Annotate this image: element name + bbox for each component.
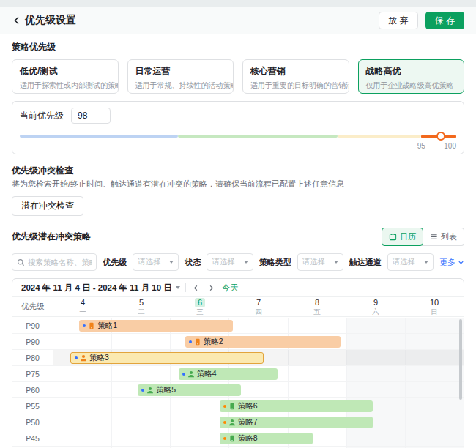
conflict-check-description: 将为您检索开始/终止时间、触达通道有潜在冲突的策略，请确保当前流程已配置上述任意… <box>12 179 464 190</box>
strategy-bar[interactable]: 策略3 <box>70 352 264 364</box>
day-number: 7 <box>256 298 261 307</box>
slider-segment <box>338 135 421 138</box>
gantt-row: 策略5 P60 <box>12 382 464 398</box>
priority-level-card[interactable]: 日常运营 适用于常规、持续性的活动策略 <box>127 59 234 94</box>
strategy-bar[interactable]: 策略7 <box>220 417 373 428</box>
more-filters-link[interactable]: 更多 <box>439 257 464 268</box>
calendar-view-button[interactable]: 日历 <box>382 228 423 246</box>
strategy-bar-label: 策略5 <box>156 385 176 395</box>
gantt-row: 策略2 P90 <box>12 334 464 350</box>
day-header: 4 一 <box>53 297 112 316</box>
list-icon <box>430 233 438 241</box>
strategy-bar[interactable]: 策略1 <box>79 320 232 332</box>
slider-min-label: 95 <box>417 142 425 150</box>
priority-settings-page: 优先级设置 放 弃 保 存 策略优先级 低优/测试 适用于探索性或内部测试的策略… <box>0 7 476 448</box>
gantt-row-chart: 策略6 <box>53 398 464 414</box>
strategy-bar-label: 策略2 <box>204 337 223 347</box>
strategy-bar[interactable]: 策略5 <box>138 384 241 396</box>
status-filter-select[interactable]: 请选择 <box>207 253 253 271</box>
current-priority-input[interactable] <box>71 108 111 124</box>
filter-label-status: 状态 <box>185 257 201 268</box>
next-week-button[interactable] <box>207 283 217 293</box>
filter-label-strategy-type: 策略类型 <box>259 257 291 268</box>
nav-divider <box>185 283 186 292</box>
strategy-bar[interactable]: 策略6 <box>220 400 373 412</box>
day-weekday: 一 <box>79 307 86 316</box>
gantt-row-chart: 策略5 <box>53 382 464 397</box>
current-priority-panel: 当前优先级 95 100 <box>12 101 464 154</box>
chevron-down-icon <box>424 261 428 264</box>
strategy-bar[interactable]: 策略2 <box>185 336 341 348</box>
prev-week-button[interactable] <box>191 283 201 293</box>
priority-card-title: 战略高优 <box>366 65 457 78</box>
strategy-bar-label: 策略1 <box>97 321 117 331</box>
day-header: 8 五 <box>288 297 346 316</box>
chevron-down-icon <box>334 261 338 264</box>
priority-level-card[interactable]: 低优/测试 适用于探索性或内部测试的策略 <box>12 59 119 94</box>
conflict-check-section: 优先级冲突检查 将为您检索开始/终止时间、触达通道有潜在冲突的策略，请确保当前流… <box>12 165 464 216</box>
strategy-bar[interactable]: 策略4 <box>179 368 278 380</box>
mobile-icon <box>228 435 236 442</box>
slider-segment <box>178 135 338 138</box>
gantt-row-chart: 策略4 <box>53 366 464 381</box>
current-priority-label: 当前优先级 <box>20 110 64 122</box>
gantt-row-priority: P75 <box>12 366 53 381</box>
discard-button[interactable]: 放 弃 <box>379 12 417 29</box>
list-view-button[interactable]: 列表 <box>422 228 464 246</box>
day-weekday: 六 <box>372 307 379 316</box>
status-dot <box>189 340 192 343</box>
chevron-down-icon <box>458 259 464 266</box>
chevron-down-icon <box>169 261 174 264</box>
priority-card-description: 适用于重要的目标明确的营销活动 <box>250 81 341 91</box>
conflict-check-title: 优先级冲突检查 <box>12 165 464 177</box>
day-weekday: 五 <box>313 307 321 316</box>
back-chevron-icon[interactable] <box>12 15 22 26</box>
strategy-bar[interactable]: 策略8 <box>220 433 313 444</box>
gantt-row-chart: 策略8 <box>53 430 464 446</box>
day-header: 10 日 <box>405 297 464 316</box>
date-range-picker[interactable]: 2024 年 11 月 4 日 - 2024 年 11 月 10 日 <box>21 283 180 294</box>
today-button[interactable]: 今天 <box>222 283 239 294</box>
conflict-check-button[interactable]: 潜在冲突检查 <box>12 196 83 216</box>
person-icon <box>187 370 195 378</box>
priority-filter-select[interactable]: 请选择 <box>133 253 179 271</box>
slider-handle[interactable] <box>436 132 445 141</box>
priority-level-cards: 低优/测试 适用于探索性或内部测试的策略 日常运营 适用于常规、持续性的活动策略… <box>12 59 464 94</box>
search-icon <box>17 258 25 266</box>
gantt-rows: 策略1 P90 策略2 P90 策略3 P80 策略4 P75 <box>12 318 464 448</box>
status-dot <box>75 356 78 359</box>
gantt-row: 策略4 P75 <box>12 366 464 382</box>
gantt-row-priority: P80 <box>12 350 53 365</box>
priority-card-title: 日常运营 <box>135 65 226 78</box>
person-icon <box>228 419 236 426</box>
day-number: 6 <box>195 298 205 307</box>
gantt-row-priority: P60 <box>12 382 53 397</box>
person-icon <box>80 354 87 362</box>
calendar-view-label: 日历 <box>400 231 416 242</box>
day-number: 4 <box>81 298 85 307</box>
list-view-label: 列表 <box>441 231 457 242</box>
channel-filter-select[interactable]: 请选择 <box>387 253 434 271</box>
slider-labels: 95 100 <box>20 141 456 152</box>
search-input[interactable] <box>28 258 92 266</box>
view-toggle: 日历 列表 <box>382 228 464 246</box>
status-dot <box>223 437 226 440</box>
strategy-type-filter-select[interactable]: 请选择 <box>297 253 343 271</box>
search-box <box>12 253 97 271</box>
save-button[interactable]: 保 存 <box>425 12 464 29</box>
slider-segment <box>20 135 178 138</box>
priority-column-header: 优先级 <box>12 297 53 316</box>
priority-card-description: 仅用于企业战略级高优策略 <box>366 81 457 91</box>
priority-level-card[interactable]: 战略高优 仅用于企业战略级高优策略 <box>358 59 465 94</box>
priority-level-card[interactable]: 核心营销 适用于重要的目标明确的营销活动 <box>242 59 349 94</box>
person-icon <box>146 387 154 394</box>
priority-slider[interactable] <box>20 132 456 141</box>
gantt-body: 策略1 P90 策略2 P90 策略3 P80 策略4 P75 <box>12 318 464 448</box>
gantt-row-priority: P90 <box>12 334 53 349</box>
vertical-scrollbar[interactable] <box>459 319 462 400</box>
day-number: 5 <box>139 298 144 307</box>
calendar-header-row: 优先级 4 一 5 二 6 三 7 四 <box>12 297 464 317</box>
calendar-nav: 2024 年 11 月 4 日 - 2024 年 11 月 10 日 今天 <box>12 279 464 297</box>
gantt-row-priority: P50 <box>12 414 53 430</box>
day-weekday: 日 <box>431 307 438 316</box>
